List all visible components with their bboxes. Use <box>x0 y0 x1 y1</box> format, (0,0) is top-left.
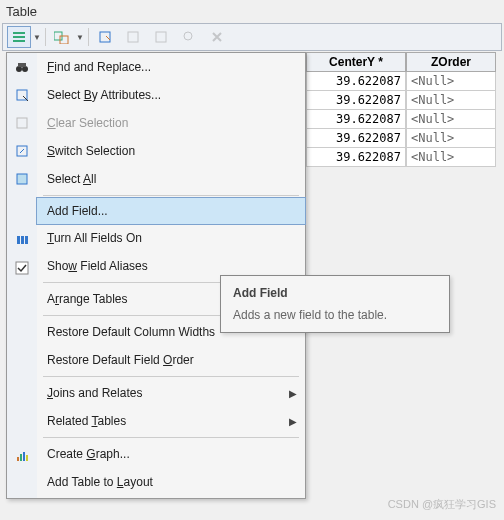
dropdown-icon: ▼ <box>33 33 41 42</box>
menu-select-by-attributes[interactable]: Select By Attributes... <box>37 81 305 109</box>
submenu-arrow-icon: ▶ <box>289 388 297 399</box>
menu-label: Add Table to Layout <box>47 475 153 489</box>
menu-select-all[interactable]: Select All <box>37 165 305 193</box>
separator <box>43 376 299 377</box>
menu-add-field[interactable]: Add Field... <box>36 197 306 225</box>
submenu-arrow-icon: ▶ <box>289 416 297 427</box>
blank-icon <box>7 198 37 226</box>
svg-rect-23 <box>26 455 28 461</box>
menu-label: Select By Attributes... <box>47 88 161 102</box>
clear-selection-button[interactable] <box>149 26 173 48</box>
svg-rect-21 <box>20 454 22 461</box>
menu-label: Joins and Relates <box>47 386 142 400</box>
table-row[interactable]: 39.622087<Null> <box>306 72 504 91</box>
menu-turn-all-fields-on[interactable]: Turn All Fields On <box>37 224 305 252</box>
svg-rect-19 <box>16 262 28 274</box>
menu-label: Restore Default Column Widths <box>47 325 215 339</box>
column-header-centery[interactable]: CenterY * <box>306 52 406 72</box>
menu-label: Add Field... <box>47 204 108 218</box>
watermark: CSDN @疯狂学习GIS <box>388 497 496 512</box>
svg-rect-7 <box>156 32 166 42</box>
table-options-button[interactable] <box>7 26 31 48</box>
menu-label: Select All <box>47 172 96 186</box>
delete-button[interactable] <box>205 26 229 48</box>
graph-icon <box>7 442 37 470</box>
clear-icon <box>7 109 37 137</box>
separator <box>43 195 299 196</box>
select-icon <box>7 81 37 109</box>
menu-clear-selection: Clear Selection <box>37 109 305 137</box>
svg-rect-1 <box>13 36 25 38</box>
menu-label: Create Graph... <box>47 447 130 461</box>
switch-icon <box>7 137 37 165</box>
window-title: Table <box>0 0 504 23</box>
svg-rect-0 <box>13 32 25 34</box>
menu-label: Arrange Tables <box>47 292 128 306</box>
tooltip-body: Adds a new field to the table. <box>233 308 437 322</box>
svg-rect-5 <box>100 32 110 42</box>
selectall-icon <box>7 165 37 193</box>
zoom-selected-button[interactable] <box>177 26 201 48</box>
binoculars-icon <box>7 53 37 81</box>
fields-icon <box>7 226 37 254</box>
svg-rect-2 <box>13 40 25 42</box>
cell: 39.622087 <box>306 129 406 148</box>
table-row[interactable]: 39.622087<Null> <box>306 91 504 110</box>
cell: 39.622087 <box>306 72 406 91</box>
menu-label: Find and Replace... <box>47 60 151 74</box>
tooltip: Add Field Adds a new field to the table. <box>220 275 450 333</box>
select-by-attr-button[interactable] <box>93 26 117 48</box>
svg-rect-17 <box>21 236 24 244</box>
menu-add-table-layout[interactable]: Add Table to Layout <box>37 468 305 496</box>
menu-label: Related Tables <box>47 414 126 428</box>
cell: 39.622087 <box>306 148 406 167</box>
menu-label: Clear Selection <box>47 116 128 130</box>
check-icon <box>7 254 37 282</box>
svg-point-8 <box>184 32 192 40</box>
tooltip-title: Add Field <box>233 286 437 300</box>
table-row[interactable]: 39.622087<Null> <box>306 148 504 167</box>
menu-related-tables[interactable]: Related Tables▶ <box>37 407 305 435</box>
dropdown-icon: ▼ <box>76 33 84 42</box>
menu-label: Turn All Fields On <box>47 231 142 245</box>
menu-create-graph[interactable]: Create Graph... <box>37 440 305 468</box>
cell: <Null> <box>406 72 496 91</box>
cell: <Null> <box>406 148 496 167</box>
svg-rect-15 <box>17 174 27 184</box>
menu-joins-relates[interactable]: Joins and Relates▶ <box>37 379 305 407</box>
svg-rect-6 <box>128 32 138 42</box>
menu-find-replace[interactable]: Find and Replace... <box>37 53 305 81</box>
table-row[interactable]: 39.622087<Null> <box>306 129 504 148</box>
cell: 39.622087 <box>306 91 406 110</box>
column-header-zorder[interactable]: ZOrder <box>406 52 496 72</box>
switch-selection-button[interactable] <box>121 26 145 48</box>
menu-label: Show Field Aliases <box>47 259 148 273</box>
cell: <Null> <box>406 129 496 148</box>
cell: <Null> <box>406 91 496 110</box>
svg-rect-18 <box>25 236 28 244</box>
cell: <Null> <box>406 110 496 129</box>
menu-restore-field-order[interactable]: Restore Default Field Order <box>37 346 305 374</box>
menu-label: Switch Selection <box>47 144 135 158</box>
table-row[interactable]: 39.622087<Null> <box>306 110 504 129</box>
svg-rect-16 <box>17 236 20 244</box>
menu-switch-selection[interactable]: Switch Selection <box>37 137 305 165</box>
menu-label: Restore Default Field Order <box>47 353 194 367</box>
svg-rect-20 <box>17 457 19 461</box>
svg-rect-11 <box>18 63 26 67</box>
svg-rect-13 <box>17 118 27 128</box>
cell: 39.622087 <box>306 110 406 129</box>
separator <box>43 437 299 438</box>
related-tables-button[interactable] <box>50 26 74 48</box>
toolbar: ▼ ▼ <box>2 23 502 51</box>
svg-rect-22 <box>23 452 25 461</box>
